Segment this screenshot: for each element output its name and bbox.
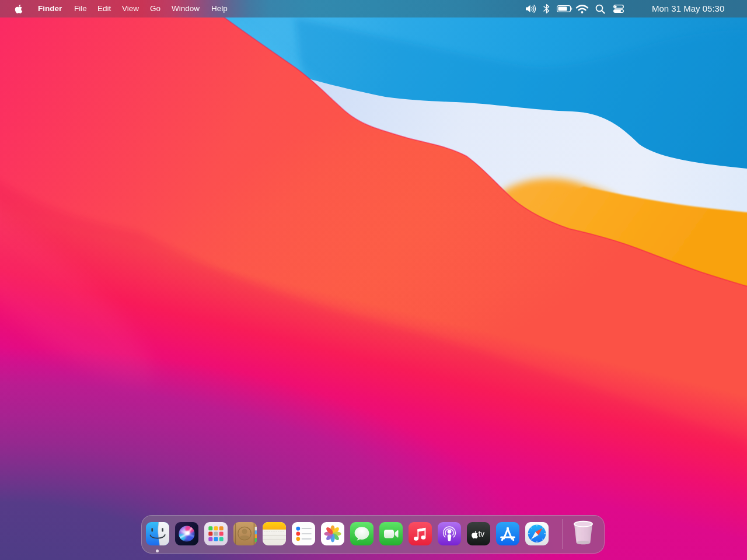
svg-text:tv: tv (478, 529, 484, 538)
